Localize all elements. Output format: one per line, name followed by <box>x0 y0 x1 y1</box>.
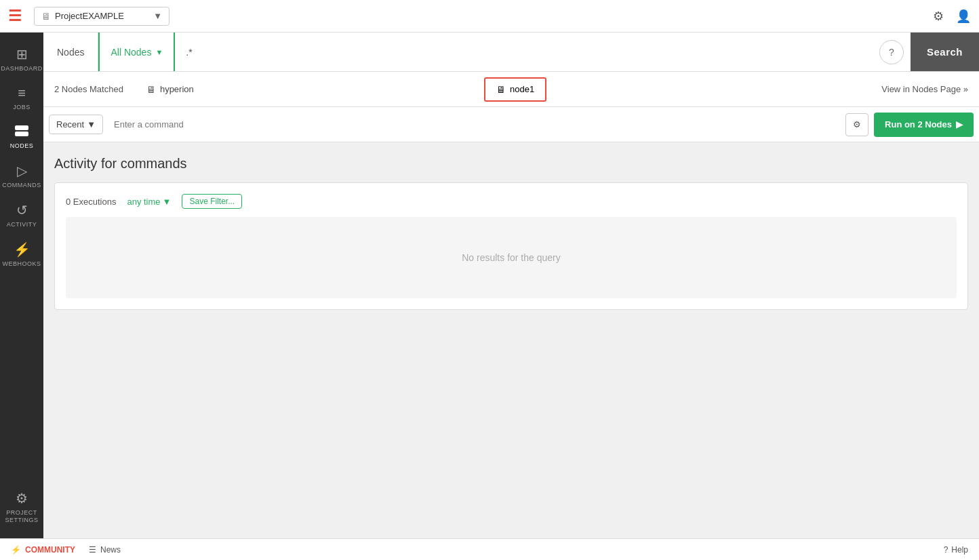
sidebar-item-jobs[interactable]: ≡ JOBS <box>0 79 43 117</box>
project-selector[interactable]: 🖥 ProjectEXAMPLE ▼ <box>34 7 169 26</box>
sidebar-item-activity[interactable]: ↺ ACTIVITY <box>0 195 43 235</box>
question-mark-icon: ? <box>889 47 894 58</box>
executions-count: 0 Executions <box>66 197 116 207</box>
chevron-down-icon: ▼ <box>153 11 162 21</box>
nodes-tab-label: Nodes <box>57 47 84 58</box>
nodes-matched-label: 2 Nodes Matched <box>54 84 123 94</box>
svg-rect-1 <box>15 132 28 136</box>
command-input[interactable] <box>108 115 840 134</box>
activity-card: 0 Executions any time ▼ Save Filter... N… <box>54 182 968 310</box>
server-icon: 🖥 <box>146 84 156 95</box>
chevron-down-icon: ▼ <box>163 197 172 207</box>
sidebar-item-nodes[interactable]: NODES <box>0 117 43 156</box>
community-label: COMMUNITY <box>25 545 75 555</box>
sidebar-item-commands[interactable]: ▷ COMMANDS <box>0 156 43 195</box>
recent-button[interactable]: Recent ▼ <box>49 115 103 134</box>
run-button-label: Run on 2 Nodes <box>885 119 952 129</box>
community-link[interactable]: ⚡ COMMUNITY <box>11 545 75 555</box>
sidebar-item-project-settings[interactable]: ⚙ PROJECTSETTINGS <box>0 483 43 532</box>
node1-selected-box[interactable]: 🖥 node1 <box>484 77 546 102</box>
nodes-result-bar: 2 Nodes Matched 🖥 hyperion 🖥 node1 View … <box>43 72 979 107</box>
sidebar-item-label: WEBHOOKS <box>2 260 41 267</box>
node1-label: node1 <box>510 84 534 94</box>
project-name: ProjectEXAMPLE <box>55 11 124 21</box>
news-icon: ☰ <box>89 545 96 555</box>
server-icon: 🖥 <box>496 84 506 95</box>
any-time-label: any time <box>127 197 160 207</box>
chevron-down-icon: ▼ <box>155 48 163 56</box>
news-label: News <box>100 545 121 555</box>
dashboard-icon: ⊞ <box>16 46 28 62</box>
nodes-tab[interactable]: Nodes <box>43 33 98 71</box>
gear-icon: ⚙ <box>853 119 861 129</box>
search-pattern-display: .* <box>175 47 879 58</box>
hyperion-node-chip[interactable]: 🖥 hyperion <box>140 81 201 98</box>
news-link[interactable]: ☰ News <box>89 545 121 555</box>
settings-icon[interactable]: ⚙ <box>933 9 944 24</box>
community-icon: ⚡ <box>11 545 21 555</box>
sidebar-bottom: ⚙ PROJECTSETTINGS <box>0 483 43 532</box>
webhooks-icon: ⚡ <box>14 241 31 258</box>
svg-rect-0 <box>15 125 28 130</box>
sidebar-item-label: DASHBOARD <box>1 65 43 72</box>
nodes-icon <box>15 124 28 140</box>
activity-icon: ↺ <box>16 202 28 218</box>
activity-title: Activity for commands <box>54 156 968 172</box>
help-label: Help <box>951 545 968 555</box>
any-time-filter-button[interactable]: any time ▼ <box>123 195 175 209</box>
view-nodes-link[interactable]: View in Nodes Page » <box>881 84 968 94</box>
hyperion-node-label: hyperion <box>160 84 194 94</box>
activity-section: Activity for commands 0 Executions any t… <box>43 142 979 538</box>
run-button[interactable]: Run on 2 Nodes ▶ <box>874 113 974 137</box>
app-logo-icon[interactable]: ☰ <box>8 7 22 25</box>
help-button[interactable]: ? <box>879 40 904 64</box>
project-icon: 🖥 <box>41 11 51 22</box>
help-link[interactable]: ? Help <box>944 545 968 555</box>
play-icon: ▶ <box>956 119 963 129</box>
sidebar-item-label: COMMANDS <box>2 182 41 188</box>
no-results-text: No results for the query <box>462 252 561 263</box>
sidebar-item-webhooks[interactable]: ⚡ WEBHOOKS <box>0 235 43 274</box>
save-filter-button[interactable]: Save Filter... <box>182 194 242 209</box>
project-settings-icon: ⚙ <box>16 490 28 506</box>
command-settings-button[interactable]: ⚙ <box>845 113 868 136</box>
user-icon[interactable]: 👤 <box>956 9 971 24</box>
no-results-area: No results for the query <box>66 217 957 298</box>
content-area: Nodes All Nodes ▼ .* ? Search 2 Nodes Ma… <box>43 33 979 538</box>
all-nodes-tab-label: All Nodes <box>111 47 151 58</box>
chevron-down-icon: ▼ <box>87 119 96 129</box>
search-bar: Nodes All Nodes ▼ .* ? Search <box>43 33 979 72</box>
sidebar: ⊞ DASHBOARD ≡ JOBS NODES ▷ COMMANDS ↺ AC… <box>0 33 43 538</box>
sidebar-item-label: NODES <box>10 142 34 149</box>
topbar: ☰ 🖥 ProjectEXAMPLE ▼ ⚙ 👤 <box>0 0 979 33</box>
search-button[interactable]: Search <box>911 33 979 71</box>
jobs-icon: ≡ <box>18 85 26 101</box>
main-layout: ⊞ DASHBOARD ≡ JOBS NODES ▷ COMMANDS ↺ AC… <box>0 33 979 538</box>
sidebar-item-dashboard[interactable]: ⊞ DASHBOARD <box>0 39 43 79</box>
sidebar-item-label: ACTIVITY <box>7 221 37 228</box>
commands-icon: ▷ <box>17 163 27 179</box>
recent-label: Recent <box>56 119 84 129</box>
sidebar-item-label: JOBS <box>13 104 31 111</box>
sidebar-item-label: PROJECTSETTINGS <box>5 509 38 525</box>
help-icon: ? <box>944 545 948 555</box>
executions-bar: 0 Executions any time ▼ Save Filter... <box>66 194 957 209</box>
all-nodes-tab[interactable]: All Nodes ▼ <box>98 33 175 71</box>
command-bar: Recent ▼ ⚙ Run on 2 Nodes ▶ <box>43 107 979 142</box>
bottom-bar: ⚡ COMMUNITY ☰ News ? Help <box>0 538 979 560</box>
